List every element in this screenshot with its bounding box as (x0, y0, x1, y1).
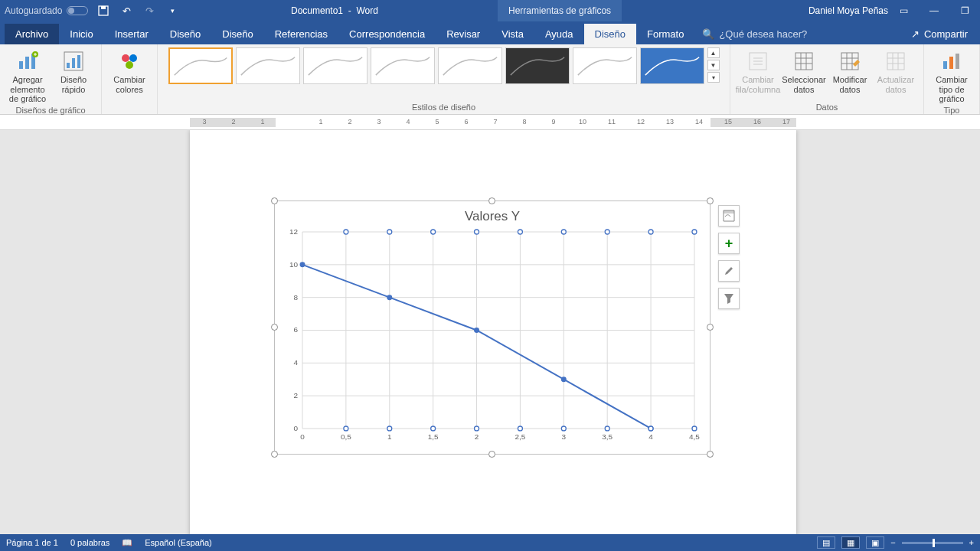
chart-style-3[interactable] (303, 47, 368, 84)
selection-handle-ne[interactable] (707, 197, 714, 204)
zoom-out-button[interactable]: − (890, 538, 895, 547)
tell-me-search[interactable]: 🔍 ¿Qué desea hacer? (702, 28, 807, 44)
restore-button[interactable]: ❐ (949, 0, 980, 21)
svg-text:8: 8 (293, 293, 298, 302)
quick-layout-button[interactable]: Diseño rápido (52, 47, 95, 94)
gallery-down-button[interactable]: ▼ (707, 60, 720, 70)
user-name[interactable]: Daniel Moya Peñas (808, 5, 888, 16)
layout-options-button[interactable] (718, 205, 740, 227)
undo-button[interactable]: ↶ (120, 5, 132, 17)
svg-point-67 (518, 230, 522, 234)
title-bar: Autoguardado ↶ ↷ ▾ Documento1 - Word Her… (0, 0, 980, 21)
proofing-icon[interactable]: 📖 (122, 538, 132, 548)
funnel-icon (723, 292, 735, 305)
chart-tools-contextual-tab: Herramientas de gráficos (498, 0, 622, 21)
chart-filters-button[interactable] (718, 288, 740, 309)
document-name: Documento1 (291, 5, 343, 16)
selection-handle-nw[interactable] (271, 197, 278, 204)
tab-insertar[interactable]: Insertar (104, 24, 159, 44)
svg-text:4,5: 4,5 (689, 432, 700, 441)
selection-handle-w[interactable] (271, 324, 278, 331)
chart-elements-button[interactable]: + (718, 233, 740, 254)
read-mode-button[interactable]: ▤ (817, 536, 835, 549)
customize-qat-button[interactable]: ▾ (166, 5, 178, 17)
page[interactable]: Valores Y 02468101200,511,522,533,544,5 … (190, 130, 796, 534)
svg-rect-18 (949, 57, 953, 69)
refresh-data-label: Actualizar datos (874, 75, 917, 94)
tab-inicio[interactable]: Inicio (59, 24, 103, 44)
svg-point-55 (387, 295, 392, 300)
colors-icon (117, 49, 142, 73)
save-button[interactable] (97, 5, 109, 17)
word-count[interactable]: 0 palabras (70, 538, 109, 547)
tab-referencias[interactable]: Referencias (264, 24, 338, 44)
chart-style-1[interactable] (168, 47, 233, 84)
style-gallery: ▲ ▼ ▾ (168, 47, 720, 84)
ruler-track: 3211234567891011121314151617 (190, 118, 796, 127)
ribbon-display-options-button[interactable]: ▭ (888, 0, 919, 21)
tab-disposicion[interactable]: Diseño (211, 24, 263, 44)
share-button[interactable]: ↗ Compartir (899, 24, 980, 44)
horizontal-ruler[interactable]: 3211234567891011121314151617 (0, 115, 980, 130)
tab-dibujo[interactable]: Diseño (159, 24, 211, 44)
chart-style-5[interactable] (438, 47, 502, 84)
zoom-slider[interactable] (902, 542, 963, 544)
svg-rect-1 (101, 6, 106, 9)
document-area[interactable]: Valores Y 02468101200,511,522,533,544,5 … (0, 130, 980, 534)
tab-ayuda[interactable]: Ayuda (534, 24, 584, 44)
add-chart-element-button[interactable]: Agregar elemento de gráfico (6, 47, 49, 104)
switch-rowcol-icon (746, 49, 770, 73)
tab-correspondencia[interactable]: Correspondencia (338, 24, 436, 44)
ribbon-tabs: Archivo Inicio Insertar Diseño Diseño Re… (0, 21, 980, 44)
change-colors-button[interactable]: Cambiar colores (108, 47, 151, 94)
svg-point-76 (692, 426, 697, 431)
select-data-icon (792, 49, 816, 73)
svg-text:0: 0 (293, 424, 298, 432)
svg-text:2: 2 (293, 391, 298, 399)
svg-text:3,5: 3,5 (602, 432, 612, 441)
gallery-up-button[interactable]: ▲ (707, 47, 720, 58)
switch-rowcol-label: Cambiar fila/columna (736, 75, 781, 94)
svg-rect-15 (841, 53, 858, 70)
autosave-toggle[interactable]: Autoguardado (0, 5, 88, 16)
tab-archivo[interactable]: Archivo (5, 24, 59, 44)
web-layout-button[interactable]: ▣ (866, 536, 884, 549)
change-chart-type-button[interactable]: Cambiar tipo de gráfico (930, 47, 973, 104)
svg-point-71 (605, 230, 609, 234)
document-title: Documento1 - Word (291, 5, 378, 16)
chart-style-6[interactable] (505, 47, 570, 84)
chart-plot-area[interactable]: 02468101200,511,522,533,544,5 (302, 232, 694, 429)
chart-styles-button[interactable] (718, 260, 740, 282)
svg-point-69 (561, 230, 566, 234)
edit-data-button[interactable]: Modificar datos (828, 47, 871, 94)
selection-handle-e[interactable] (707, 324, 714, 331)
selection-handle-se[interactable] (707, 451, 714, 458)
selection-handle-n[interactable] (488, 197, 495, 204)
edit-data-icon (838, 49, 862, 73)
gallery-more-button[interactable]: ▾ (707, 72, 720, 83)
select-data-button[interactable]: Seleccionar datos (782, 47, 825, 94)
tab-formato-chart[interactable]: Formato (636, 24, 694, 44)
chart-style-8[interactable] (640, 47, 704, 84)
svg-point-63 (431, 230, 436, 234)
zoom-in-button[interactable]: + (969, 538, 974, 547)
svg-rect-3 (25, 57, 29, 69)
tab-vista[interactable]: Vista (491, 24, 534, 44)
print-layout-button[interactable]: ▦ (841, 536, 860, 549)
tab-revisar[interactable]: Revisar (436, 24, 491, 44)
selection-handle-s[interactable] (488, 451, 495, 458)
chart-title[interactable]: Valores Y (275, 201, 710, 227)
svg-point-74 (648, 426, 653, 431)
chart-style-7[interactable] (573, 47, 637, 84)
selection-handle-sw[interactable] (271, 451, 278, 458)
language-indicator[interactable]: Español (España) (145, 538, 211, 547)
tab-diseno-chart[interactable]: Diseño (584, 24, 636, 44)
chart-object[interactable]: Valores Y 02468101200,511,522,533,544,5 (274, 201, 710, 455)
svg-point-75 (692, 230, 697, 234)
redo-button[interactable]: ↷ (143, 5, 155, 17)
chart-style-4[interactable] (371, 47, 435, 84)
svg-text:4: 4 (648, 432, 653, 441)
minimize-button[interactable]: — (919, 0, 949, 21)
page-indicator[interactable]: Página 1 de 1 (6, 538, 58, 547)
chart-style-2[interactable] (236, 47, 300, 84)
